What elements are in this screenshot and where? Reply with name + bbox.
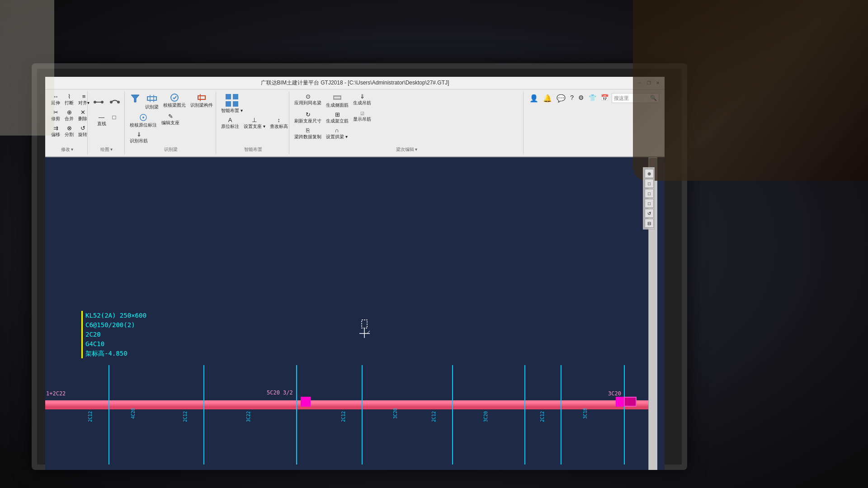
user-icon-btn[interactable]: 👤 — [528, 93, 540, 103]
vert-line-6 — [524, 365, 525, 465]
beam-edit-row1: ⊙ 应用到同名梁 生成侧面筋 ⇓ 生成吊筋 — [293, 92, 520, 109]
recognize-beam-button[interactable]: 识别梁 — [144, 92, 160, 111]
side-rebar-icon — [333, 93, 342, 102]
recognize-group-label: 识别梁 — [126, 146, 216, 153]
tool-btn-5[interactable]: ↺ — [645, 209, 654, 218]
edit-row3: ⇉ 偏移 ⊗ 分割 ↺ 旋转 — [50, 124, 85, 139]
smart-row1: 智能布置 ▾ — [220, 92, 286, 115]
beam-component-icon — [197, 93, 206, 102]
smart-layout-icon — [225, 93, 239, 108]
svg-rect-16 — [226, 94, 231, 99]
gen-frame-rebar-button[interactable]: ⊞ 生成架立筋 — [325, 110, 350, 125]
annotation-mid: 5C20 3/2 — [267, 389, 293, 396]
toolbar: ↔ 延伸 ⌇ 打断 ≡ 对齐▾ ✂ 修剪 ⊕ 合 — [45, 89, 665, 157]
annotation-left: 1+2C22 — [46, 390, 66, 397]
vert-label-2c12-1: 2C12 — [88, 411, 93, 422]
background-paper-area — [0, 0, 54, 136]
verify-icon — [170, 93, 179, 102]
smart-layout-button[interactable]: 智能布置 ▾ — [220, 92, 244, 115]
beam-label-line3: 2C20 — [85, 330, 146, 339]
vert-label-2c12-4: 2C12 — [431, 411, 436, 422]
vert-line-3 — [296, 365, 297, 465]
edit-row2: ✂ 修剪 ⊕ 合并 ✕ 删除 — [50, 108, 85, 123]
tool-btn-1[interactable]: ⊕ — [645, 169, 654, 178]
vert-line-1 — [108, 365, 109, 465]
tool-btn-3[interactable]: □ — [645, 189, 654, 198]
filter-icon — [130, 93, 141, 104]
app-title: 广联达BIM土建计量平台 GTJ2018 - [C:\Users\Adminis… — [261, 79, 449, 87]
cursor-cross — [353, 318, 375, 342]
set-support-button[interactable]: ⊥ 设置支座 ▾ — [242, 116, 267, 131]
tool-btn-2[interactable]: □ — [645, 179, 654, 188]
vert-line-7 — [561, 365, 561, 465]
gen-side-rebar-button[interactable]: 生成侧面筋 — [325, 92, 350, 109]
svg-line-26 — [367, 331, 370, 333]
svg-rect-6 — [147, 97, 156, 100]
vert-label-2c12-2: 2C12 — [183, 411, 188, 422]
svg-line-11 — [174, 96, 176, 99]
refresh-support-button[interactable]: ↻ 刷新支座尺寸 — [293, 110, 323, 125]
beam-label-block: KL52(2A) 250×600 C6@150/200(2) 2C20 G4C1… — [81, 311, 146, 358]
beam-label-line5: 架标高-4.850 — [85, 349, 146, 358]
toolbar-group-draw: — 直线 □ 绘图 ▾ — [89, 91, 125, 155]
tool-btn-4[interactable]: □ — [645, 199, 654, 208]
svg-point-15 — [142, 117, 144, 118]
smart-row2: A 原位标注 ⊥ 设置支座 ▾ ↕ 查改标高 — [220, 116, 286, 131]
gen-hanger-button[interactable]: ⇓ 生成吊筋 — [352, 92, 373, 109]
position-mark-button[interactable]: A 原位标注 — [220, 116, 241, 131]
edit-row1: ↔ 延伸 ⌇ 打断 ≡ 对齐▾ — [50, 92, 85, 107]
recognize-row1: 识别梁 校核梁图元 识别梁构件 — [128, 92, 213, 111]
beam-label-line4: G4C10 — [85, 339, 146, 349]
svg-rect-23 — [362, 320, 367, 328]
tool-btn-6[interactable]: ⊟ — [645, 219, 654, 228]
position-icon — [139, 113, 148, 122]
beam-label-line1: KL52(2A) 250×600 — [85, 311, 146, 320]
svg-point-4 — [117, 101, 120, 103]
calendar-icon-btn[interactable]: 📅 — [599, 93, 610, 103]
pink-square-1 — [301, 397, 311, 407]
background-person-area — [633, 0, 868, 181]
rotate-button[interactable]: ↺ 旋转 — [77, 124, 89, 139]
svg-rect-18 — [226, 101, 231, 107]
recognize-beam-component-button[interactable]: 识别梁构件 — [189, 92, 214, 111]
show-hanger-button[interactable]: ☑ 显示吊筋 — [352, 110, 373, 125]
screen: 广联达BIM土建计量平台 GTJ2018 - [C:\Users\Adminis… — [45, 77, 665, 470]
svg-rect-19 — [233, 101, 238, 107]
toolbar-group-beam-edit: ⊙ 应用到同名梁 生成侧面筋 ⇓ 生成吊筋 — [290, 91, 524, 155]
verify-beam-drawing-button[interactable]: 校核梁图元 — [162, 92, 187, 111]
break-button[interactable]: ⌇ 打断 — [63, 92, 75, 107]
end-box — [624, 397, 637, 407]
cad-canvas[interactable]: KL52(2A) 250×600 C6@150/200(2) 2C20 G4C1… — [45, 157, 657, 470]
recognize-row3: ⇓ 识别吊筋 — [128, 130, 213, 145]
svg-marker-5 — [131, 95, 139, 102]
svg-point-9 — [171, 94, 178, 101]
straight-line-button[interactable]: — 直线 — [96, 113, 108, 128]
recognize-row2: 校核原位标注 ✎ 编辑支座 — [128, 112, 213, 129]
split-button[interactable]: ⊗ 分割 — [63, 124, 75, 139]
set-arch-beam-button[interactable]: ∩ 设置拱梁 ▾ — [325, 126, 349, 141]
recognize-hanger-button[interactable]: ⇓ 识别吊筋 — [128, 130, 149, 145]
recognize-beam-icon — [146, 93, 157, 104]
verify-position-button[interactable]: 校核原位标注 — [128, 112, 158, 129]
question-icon-btn[interactable]: ? — [569, 93, 575, 103]
svg-rect-12 — [198, 96, 205, 99]
bell-icon-btn[interactable]: 🔔 — [542, 93, 553, 103]
vert-label-3c22: 3C22 — [246, 411, 251, 422]
svg-point-2 — [101, 101, 104, 103]
check-elevation-button[interactable]: ↕ 查改标高 — [269, 116, 289, 131]
toolbar-group-smart: 智能布置 ▾ A 原位标注 ⊥ 设置支座 ▾ ↕ 查改标高 智能布置 — [217, 91, 289, 155]
chat-icon-btn[interactable]: 💬 — [555, 93, 567, 103]
draw-group-label: 绘图 ▾ — [89, 146, 124, 153]
merge-button[interactable]: ⊕ 合并 — [63, 108, 75, 123]
vert-label-3c20-1: 3C20 — [393, 408, 398, 419]
svg-point-3 — [110, 101, 113, 103]
vert-label-2c12-3: 2C12 — [341, 411, 346, 422]
edit-support-button[interactable]: ✎ 编辑支座 — [160, 112, 181, 129]
delete-button[interactable]: ✕ 删除 — [77, 108, 89, 123]
settings-icon-btn[interactable]: ⚙ — [577, 93, 585, 103]
shirt-icon-btn[interactable]: 👕 — [587, 93, 598, 103]
rect-button[interactable]: □ — [111, 113, 118, 128]
filter-icon-btn[interactable] — [128, 92, 142, 111]
apply-same-beam-button[interactable]: ⊙ 应用到同名梁 — [293, 92, 323, 109]
copy-span-data-button[interactable]: ⎘ 梁跨数据复制 — [293, 126, 323, 141]
